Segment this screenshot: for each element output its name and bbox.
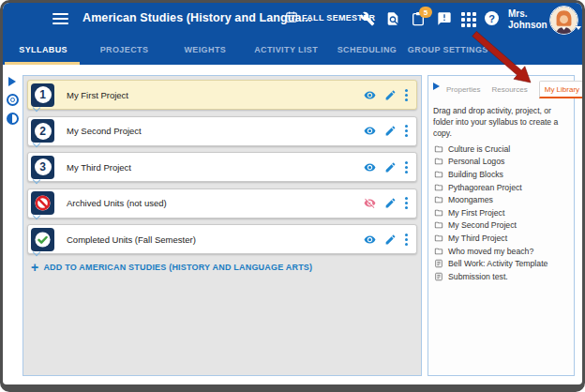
apps-grid-icon[interactable] bbox=[461, 12, 476, 27]
clipboard-notifications-icon[interactable]: 5 bbox=[411, 11, 426, 26]
folder-icon bbox=[434, 170, 443, 179]
tab-group-settings[interactable]: GROUP SETTINGS bbox=[408, 35, 488, 65]
panel-expand-icon[interactable] bbox=[433, 83, 440, 90]
expand-rail-icon[interactable] bbox=[8, 77, 16, 86]
library-item[interactable]: My First Project bbox=[434, 206, 570, 219]
activity-icon bbox=[434, 259, 443, 268]
expand-chevron-icon[interactable] bbox=[33, 248, 40, 255]
archived-badge[interactable] bbox=[31, 191, 54, 215]
folder-icon bbox=[434, 234, 443, 243]
folder-icon bbox=[434, 195, 443, 204]
tab-weights[interactable]: WEIGHTS bbox=[165, 35, 246, 65]
add-to-course-label: ADD TO AMERICAN STUDIES (HISTORY AND LAN… bbox=[43, 263, 312, 272]
unit-label: My First Project bbox=[67, 90, 128, 100]
user-name[interactable]: Mrs. Johnson bbox=[508, 8, 548, 30]
more-options-kebab-icon[interactable] bbox=[405, 234, 409, 246]
tab-projects[interactable]: PROJECTS bbox=[83, 35, 164, 65]
calendar-icon bbox=[285, 10, 298, 25]
unit-label: Archived Units (not used) bbox=[67, 198, 167, 208]
screenshot-frame: American Studies (History and Langua... … bbox=[0, 0, 585, 392]
header-row: American Studies (History and Langua... … bbox=[3, 3, 582, 35]
syllabus-row-my-second-project[interactable]: 2 My Second Project bbox=[27, 116, 417, 146]
main-nav-tabs: SYLLABUS PROJECTS WEIGHTS ACTIVITY LIST … bbox=[3, 35, 488, 65]
notification-badge: 5 bbox=[419, 7, 432, 18]
top-bar: American Studies (History and Langua... … bbox=[3, 3, 582, 65]
check-icon bbox=[33, 230, 52, 249]
find-in-page-icon[interactable] bbox=[385, 11, 400, 26]
more-options-kebab-icon[interactable] bbox=[405, 89, 409, 101]
unit-label: Completed Units (Fall Semester) bbox=[67, 234, 196, 245]
library-item[interactable]: Submission test. bbox=[434, 270, 570, 283]
unit-number-badge[interactable]: 3 bbox=[31, 156, 54, 179]
unit-label: My Second Project bbox=[67, 126, 142, 136]
expand-chevron-icon[interactable] bbox=[33, 103, 40, 111]
help-icon[interactable]: ? bbox=[485, 11, 500, 26]
expand-chevron-icon[interactable] bbox=[33, 140, 40, 147]
library-item[interactable]: Who moved my beach? bbox=[434, 245, 570, 258]
tab-activity-list[interactable]: ACTIVITY LIST bbox=[246, 35, 326, 65]
library-item[interactable]: Pythagorean Project bbox=[434, 181, 570, 194]
visibility-eye-icon[interactable] bbox=[364, 125, 376, 137]
app-window: American Studies (History and Langua... … bbox=[3, 3, 582, 384]
library-item[interactable]: My Third Project bbox=[434, 232, 570, 245]
contrast-toggle-icon[interactable] bbox=[7, 113, 19, 125]
syllabus-row-my-first-project[interactable]: 1 My First Project bbox=[27, 80, 417, 110]
library-item[interactable]: Personal Logos bbox=[434, 156, 570, 169]
visibility-eye-icon[interactable] bbox=[364, 89, 376, 101]
folder-icon bbox=[434, 183, 443, 192]
announcement-icon[interactable] bbox=[437, 11, 452, 26]
completed-badge[interactable] bbox=[31, 228, 54, 251]
unit-label: My Third Project bbox=[67, 162, 131, 173]
edit-pencil-icon[interactable] bbox=[384, 197, 397, 209]
standards-target-icon[interactable] bbox=[7, 94, 19, 106]
tools-wrench-icon[interactable] bbox=[360, 11, 375, 26]
library-item[interactable]: Building Blocks bbox=[434, 168, 570, 181]
syllabus-row-completed-units[interactable]: Completed Units (Fall Semester) bbox=[27, 224, 417, 254]
edit-pencil-icon[interactable] bbox=[384, 161, 397, 173]
more-options-kebab-icon[interactable] bbox=[405, 161, 409, 173]
library-item[interactable]: Moongames bbox=[434, 193, 570, 206]
add-to-course-button[interactable]: + ADD TO AMERICAN STUDIES (HISTORY AND L… bbox=[31, 263, 417, 272]
unit-number-badge[interactable]: 1 bbox=[31, 83, 54, 107]
expand-chevron-icon[interactable] bbox=[33, 212, 40, 219]
left-mini-rail bbox=[6, 77, 21, 125]
library-list: Culture is Crucial Personal Logos Buildi… bbox=[434, 143, 570, 283]
library-item[interactable]: Bell Work: Activity Template bbox=[434, 257, 570, 270]
hamburger-menu-icon[interactable] bbox=[52, 13, 68, 24]
folder-icon bbox=[434, 208, 443, 218]
edit-pencil-icon[interactable] bbox=[384, 234, 397, 246]
unit-number-badge[interactable]: 2 bbox=[31, 119, 54, 143]
avatar-caret-icon bbox=[576, 26, 581, 30]
more-options-kebab-icon[interactable] bbox=[405, 197, 409, 209]
avatar[interactable] bbox=[549, 6, 578, 35]
syllabus-row-archived-units[interactable]: Archived Units (not used) bbox=[27, 188, 417, 219]
edit-pencil-icon[interactable] bbox=[384, 125, 397, 137]
library-item[interactable]: My Second Project bbox=[434, 219, 570, 233]
folder-icon bbox=[434, 157, 443, 166]
library-item[interactable]: Culture is Crucial bbox=[434, 143, 570, 156]
tab-my-library[interactable]: My Library bbox=[539, 81, 582, 98]
edit-pencil-icon[interactable] bbox=[384, 89, 397, 101]
syllabus-row-my-third-project[interactable]: 3 My Third Project bbox=[27, 152, 417, 182]
tab-scheduling[interactable]: SCHEDULING bbox=[326, 35, 407, 65]
folder-icon bbox=[434, 247, 443, 256]
block-icon bbox=[33, 193, 52, 213]
tab-resources[interactable]: Resources bbox=[491, 85, 527, 94]
user-name-line1: Mrs. bbox=[508, 8, 548, 20]
user-name-line2: Johnson bbox=[508, 20, 548, 31]
plus-icon: + bbox=[31, 264, 38, 272]
library-panel: Properties Resources My Library Drag and… bbox=[428, 75, 575, 376]
library-panel-tabs: Properties Resources My Library bbox=[428, 76, 574, 100]
syllabus-panel: 1 My First Project 2 My Second Project bbox=[22, 75, 422, 376]
folder-icon bbox=[434, 144, 443, 154]
more-options-kebab-icon[interactable] bbox=[405, 125, 409, 137]
expand-chevron-icon[interactable] bbox=[33, 175, 40, 183]
library-description: Drag and drop activity, project, or fold… bbox=[433, 105, 569, 139]
tab-syllabus[interactable]: SYLLABUS bbox=[3, 35, 83, 65]
activity-icon bbox=[434, 272, 443, 281]
visibility-eye-icon[interactable] bbox=[364, 234, 376, 246]
visibility-eye-icon[interactable] bbox=[364, 161, 376, 173]
tab-properties[interactable]: Properties bbox=[446, 85, 480, 94]
visibility-off-eye-icon[interactable] bbox=[364, 197, 376, 209]
folder-icon bbox=[434, 220, 443, 230]
